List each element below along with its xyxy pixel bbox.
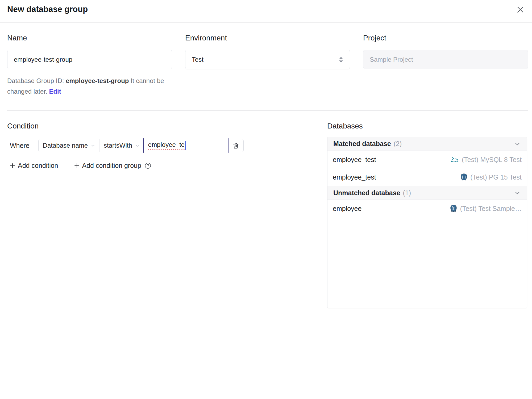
edit-id-link[interactable]: Edit — [49, 88, 61, 95]
project-field-group: Project — [363, 34, 528, 97]
instance-info: (Test) MySQL 8 Test — [451, 156, 522, 164]
add-condition-group-button[interactable]: Add condition group — [74, 162, 151, 169]
id-help-id: employee-test-group — [66, 77, 129, 84]
add-condition-group-label: Add condition group — [82, 162, 141, 169]
databases-section: Databases Matched database (2) employee_… — [327, 122, 527, 308]
matched-database-title: Matched database — [333, 140, 391, 148]
id-help-prefix: Database Group ID: — [7, 77, 66, 84]
condition-row: Where Database name startsWith — [7, 139, 262, 152]
matched-database-header[interactable]: Matched database (2) — [327, 137, 527, 151]
chevron-down-icon — [514, 140, 521, 148]
databases-heading: Databases — [327, 122, 527, 130]
delete-condition-button[interactable] — [228, 139, 243, 152]
condition-section: Condition Where Database name startsWith — [7, 122, 262, 308]
database-name: employee_test — [333, 156, 376, 164]
help-circle-icon[interactable] — [144, 162, 151, 169]
unmatched-database-header[interactable]: Unmatched database (1) — [327, 186, 527, 200]
text-cursor — [185, 141, 186, 150]
close-icon — [516, 5, 525, 14]
where-label: Where — [10, 142, 30, 149]
environment-label: Environment — [185, 34, 350, 42]
add-condition-label: Add condition — [18, 162, 58, 169]
dialog-title: New database group — [7, 4, 88, 15]
chevron-down-icon — [514, 189, 521, 197]
form-row: Name Database Group ID: employee-test-gr… — [7, 34, 528, 97]
name-input[interactable] — [7, 50, 172, 69]
dialog-header: New database group — [0, 0, 532, 23]
chevron-down-icon — [90, 143, 95, 148]
name-field-group: Name Database Group ID: employee-test-gr… — [7, 34, 172, 97]
main-row: Condition Where Database name startsWith — [7, 122, 527, 308]
section-divider — [7, 110, 528, 111]
postgresql-icon — [460, 173, 468, 181]
condition-factor-dropdown[interactable]: Database name — [39, 139, 99, 152]
project-input — [363, 50, 528, 69]
postgresql-icon — [450, 205, 457, 213]
database-name: employee_test — [333, 173, 376, 181]
database-group-id-help: Database Group ID: employee-test-group I… — [7, 76, 172, 97]
unmatched-database-title: Unmatched database — [333, 189, 400, 197]
environment-select[interactable]: Test — [185, 50, 350, 69]
mysql-icon — [451, 156, 459, 164]
database-name: employee — [333, 205, 361, 213]
condition-value-text: employee_te — [148, 141, 185, 150]
database-row[interactable]: employee (Test) Test Sample… — [327, 200, 527, 217]
close-button[interactable] — [515, 4, 526, 15]
condition-actions: Add condition Add condition group — [7, 162, 262, 169]
instance-label: (Test) MySQL 8 Test — [462, 156, 522, 164]
plus-icon — [9, 163, 16, 169]
plus-icon — [74, 163, 80, 169]
environment-field-group: Environment Test — [185, 34, 350, 97]
chevron-up-down-icon — [338, 56, 344, 63]
condition-factor-value: Database name — [43, 142, 88, 149]
condition-value-input[interactable]: employee_te — [143, 138, 228, 153]
database-row[interactable]: employee_test (Test) PG 15 Test — [327, 168, 527, 186]
condition-expression-group: Database name startsWith — [38, 139, 244, 152]
databases-panel: Matched database (2) employee_test — [327, 137, 527, 308]
unmatched-database-count: (1) — [403, 189, 411, 197]
trash-icon — [232, 142, 239, 149]
database-row[interactable]: employee_test (Test) MySQL 8 Test — [327, 151, 527, 168]
name-label: Name — [7, 34, 172, 42]
condition-operator-value: startsWith — [104, 142, 132, 149]
instance-label: (Test) PG 15 Test — [470, 173, 522, 181]
condition-operator-dropdown[interactable]: startsWith — [99, 139, 144, 152]
instance-info: (Test) PG 15 Test — [460, 173, 522, 181]
project-label: Project — [363, 34, 528, 42]
instance-info: (Test) Test Sample… — [450, 205, 522, 213]
databases-panel-empty-area — [327, 217, 527, 308]
matched-database-count: (2) — [394, 140, 402, 148]
environment-select-value: Test — [192, 56, 203, 63]
add-condition-button[interactable]: Add condition — [9, 162, 58, 169]
instance-label: (Test) Test Sample… — [460, 205, 522, 213]
chevron-down-icon — [135, 143, 140, 148]
condition-heading: Condition — [7, 122, 262, 130]
